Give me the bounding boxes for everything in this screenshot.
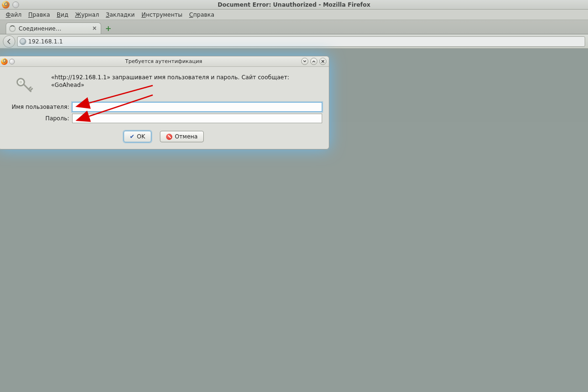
dialog-titlebar[interactable]: Требуется аутентификация xyxy=(0,56,329,67)
key-icon xyxy=(5,74,43,96)
dialog-close-button[interactable] xyxy=(319,58,326,65)
menu-view[interactable]: Вид xyxy=(54,11,71,19)
nav-toolbar: 192.168.1.1 xyxy=(0,34,588,49)
username-label: Имя пользователя: xyxy=(5,104,72,110)
cancel-button-label: Отмена xyxy=(175,133,198,140)
browser-tab[interactable]: Соединение… × xyxy=(6,22,101,34)
tab-label: Соединение… xyxy=(19,25,88,32)
window-indicator-icon xyxy=(12,1,19,8)
address-bar[interactable]: 192.168.1.1 xyxy=(17,36,585,47)
check-icon: ✔ xyxy=(130,133,135,140)
dialog-indicator-icon xyxy=(9,59,15,64)
username-input[interactable] xyxy=(72,102,322,112)
menu-bookmarks[interactable]: Закладки xyxy=(103,11,138,19)
menubar: Файл Правка Вид Журнал Закладки Инструме… xyxy=(0,10,588,20)
dialog-maximize-button[interactable] xyxy=(310,58,317,65)
dialog-message: «http://192.168.1.1» запрашивает имя пол… xyxy=(51,74,322,89)
loading-throbber-icon xyxy=(9,25,16,32)
ok-button-label: OK xyxy=(137,133,145,140)
svg-point-1 xyxy=(20,81,22,84)
menu-edit[interactable]: Правка xyxy=(25,11,53,19)
tab-close-button[interactable]: × xyxy=(91,25,98,32)
firefox-app-icon xyxy=(2,1,10,9)
menu-tools[interactable]: Инструменты xyxy=(138,11,185,19)
window-title: Document Error: Unauthorized - Mozilla F… xyxy=(0,1,588,8)
back-button[interactable] xyxy=(3,35,15,48)
url-text: 192.168.1.1 xyxy=(28,38,63,45)
main-window-titlebar: Document Error: Unauthorized - Mozilla F… xyxy=(0,0,588,10)
globe-icon xyxy=(20,38,26,45)
auth-dialog: Требуется аутентификация xyxy=(0,56,329,149)
tabstrip: Соединение… × + xyxy=(0,20,588,34)
dialog-title: Требуется аутентификация xyxy=(0,58,329,64)
cancel-icon xyxy=(166,134,172,140)
password-label: Пароль: xyxy=(5,115,72,122)
menu-file[interactable]: Файл xyxy=(3,11,24,19)
menu-history[interactable]: Журнал xyxy=(72,11,102,19)
menu-help[interactable]: Справка xyxy=(186,11,217,19)
back-arrow-icon xyxy=(6,38,12,45)
password-input[interactable] xyxy=(72,114,322,123)
cancel-button[interactable]: Отмена xyxy=(160,131,204,142)
ok-button[interactable]: ✔ OK xyxy=(124,131,151,142)
firefox-dialog-icon xyxy=(1,58,8,65)
new-tab-button[interactable]: + xyxy=(103,23,114,33)
dialog-minimize-button[interactable] xyxy=(301,58,308,65)
